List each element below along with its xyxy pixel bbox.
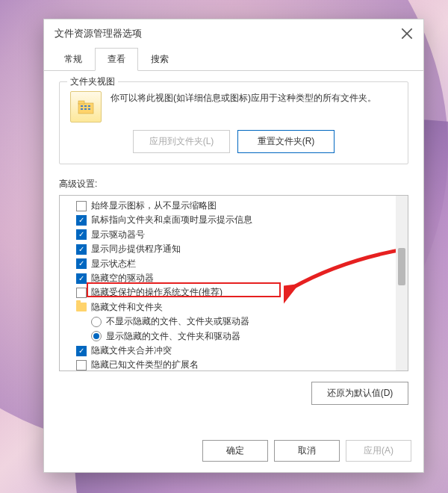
setting-label: 不显示隐藏的文件、文件夹或驱动器	[106, 315, 249, 328]
checkbox-icon[interactable]	[76, 288, 87, 298]
reset-folders-button[interactable]: 重置文件夹(R)	[237, 130, 335, 153]
radio-icon[interactable]	[91, 317, 102, 327]
setting-label: 隐藏文件夹合并冲突	[91, 344, 172, 357]
ok-button[interactable]: 确定	[202, 440, 268, 462]
setting-item-5[interactable]: 隐藏空的驱动器	[60, 271, 408, 285]
close-icon[interactable]	[401, 28, 413, 40]
setting-label: 显示同步提供程序通知	[91, 243, 181, 255]
setting-label: 隐藏文件和文件夹	[91, 301, 163, 314]
tab-view[interactable]: 查看	[95, 48, 138, 71]
apply-to-folders-button[interactable]: 应用到文件夹(L)	[133, 130, 230, 153]
setting-label: 隐藏受保护的操作系统文件(推荐)	[91, 286, 223, 299]
setting-item-2[interactable]: 显示驱动器号	[60, 228, 408, 242]
svg-rect-1	[78, 101, 84, 104]
tab-search[interactable]: 搜索	[138, 48, 181, 71]
scrollbar-thumb[interactable]	[398, 248, 405, 285]
setting-item-3[interactable]: 显示同步提供程序通知	[60, 242, 408, 256]
checkbox-icon[interactable]	[76, 244, 87, 255]
checkbox-icon[interactable]	[76, 273, 87, 284]
setting-label: 隐藏已知文件类型的扩展名	[91, 359, 199, 371]
folder-view-legend: 文件夹视图	[67, 75, 118, 88]
checkbox-icon[interactable]	[76, 258, 87, 269]
radio-icon[interactable]	[91, 331, 102, 341]
folder-view-description: 你可以将此视图(如详细信息或图标)应用于这种类型的所有文件夹。	[111, 91, 397, 123]
dialog-title: 文件资源管理器选项	[55, 27, 401, 40]
svg-rect-3	[84, 105, 87, 107]
checkbox-icon[interactable]	[76, 201, 87, 211]
setting-item-4[interactable]: 显示状态栏	[60, 257, 408, 271]
setting-label: 鼠标指向文件夹和桌面项时显示提示信息	[91, 214, 252, 226]
svg-rect-4	[88, 105, 90, 107]
setting-item-7[interactable]: 隐藏文件和文件夹	[60, 300, 408, 314]
svg-rect-7	[88, 108, 90, 110]
advanced-settings-tree[interactable]: 始终显示图标，从不显示缩略图鼠标指向文件夹和桌面项时显示提示信息显示驱动器号显示…	[59, 195, 408, 371]
checkbox-icon[interactable]	[76, 229, 87, 240]
setting-item-10[interactable]: 隐藏文件夹合并冲突	[60, 344, 408, 358]
titlebar: 文件资源管理器选项	[44, 19, 423, 48]
scrollbar[interactable]	[396, 196, 408, 370]
setting-item-1[interactable]: 鼠标指向文件夹和桌面项时显示提示信息	[60, 213, 408, 227]
advanced-settings-label: 高级设置:	[59, 178, 408, 190]
setting-label: 显示隐藏的文件、文件夹和驱动器	[106, 330, 240, 343]
checkbox-icon[interactable]	[76, 346, 87, 356]
setting-item-11[interactable]: 隐藏已知文件类型的扩展名	[60, 358, 408, 371]
setting-item-0[interactable]: 始终显示图标，从不显示缩略图	[60, 199, 408, 213]
tab-content: 文件夹视图 你可以将此视图(如详细信息或图标)应用于这种类型的所有文件夹。	[44, 71, 423, 412]
svg-rect-2	[81, 105, 83, 107]
svg-rect-5	[81, 108, 83, 110]
tab-general[interactable]: 常规	[52, 48, 95, 71]
cancel-button[interactable]: 取消	[274, 440, 340, 462]
dialog-button-row: 确定 取消 应用(A)	[202, 440, 411, 462]
apply-button[interactable]: 应用(A)	[346, 440, 411, 462]
setting-item-6[interactable]: 隐藏受保护的操作系统文件(推荐)	[60, 285, 408, 300]
setting-label: 始终显示图标，从不显示缩略图	[91, 199, 217, 212]
setting-label: 隐藏空的驱动器	[91, 272, 154, 285]
checkbox-icon[interactable]	[76, 360, 87, 370]
checkbox-icon[interactable]	[76, 215, 87, 226]
tab-strip: 常规 查看 搜索	[44, 48, 423, 71]
folder-icon	[76, 303, 87, 311]
setting-item-9[interactable]: 显示隐藏的文件、文件夹和驱动器	[60, 329, 408, 344]
setting-label: 显示状态栏	[91, 258, 136, 270]
setting-label: 显示驱动器号	[91, 229, 145, 241]
folder-view-group: 文件夹视图 你可以将此视图(如详细信息或图标)应用于这种类型的所有文件夹。	[59, 81, 408, 164]
folder-view-icon	[70, 91, 102, 123]
setting-item-8[interactable]: 不显示隐藏的文件、文件夹或驱动器	[60, 314, 408, 329]
svg-rect-6	[84, 108, 87, 110]
restore-defaults-button[interactable]: 还原为默认值(D)	[311, 382, 408, 405]
folder-options-dialog: 文件资源管理器选项 常规 查看 搜索 文件夹视图	[43, 19, 424, 473]
